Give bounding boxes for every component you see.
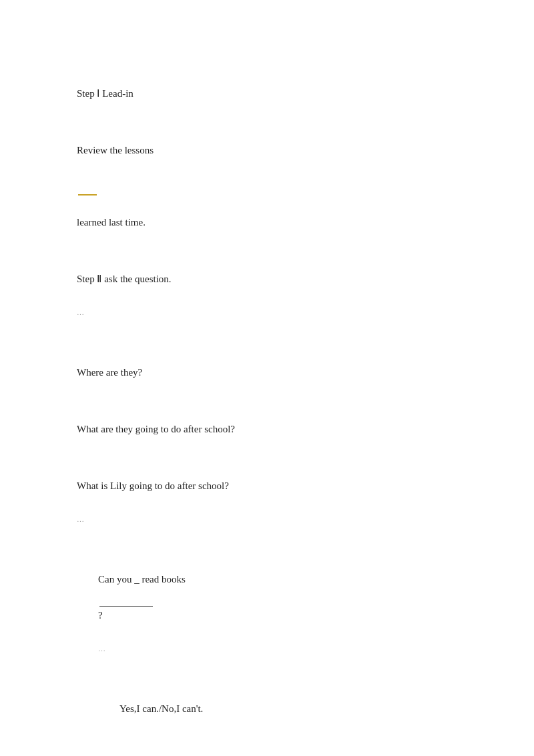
review-line: Review the lessons learned last time. [67, 123, 481, 250]
step1-title: Step Ⅰ Lead-in [67, 67, 481, 121]
step3-title: Step Ⅲ listen and repeat [67, 740, 481, 756]
answer-line: Yes,I can./No,I can't. [67, 682, 481, 736]
q2-text: What are they going to do after school? [77, 424, 235, 434]
q3-line: What is Lily going to do after school? … [67, 459, 481, 550]
q2-line: What are they going to do after school? [67, 402, 481, 456]
q1-text: Where are they? [77, 367, 142, 378]
dots2: … [77, 515, 84, 523]
document-body: Step Ⅰ Lead-in Review the lessons learne… [67, 67, 481, 756]
step2-label: Step Ⅱ ask the question. [77, 274, 172, 284]
dots1: … [77, 308, 84, 316]
review-text: Review the lessons [77, 145, 154, 155]
q3-text: What is Lily going to do after school? [77, 480, 229, 491]
q1-line: Where are they? [67, 346, 481, 400]
step1-label: Step Ⅰ Lead-in [77, 88, 134, 99]
blank1 [78, 185, 97, 196]
q4-suffix: ? [98, 610, 103, 621]
q4-blank [99, 597, 153, 607]
review-suffix: learned last time. [77, 217, 146, 228]
step2-title: Step Ⅱ ask the question. … [67, 252, 481, 343]
dots3: … [98, 645, 105, 653]
q4-prefix: Can you _ read books [98, 574, 186, 585]
answer-text: Yes,I can./No,I can't. [119, 703, 203, 714]
q4-line: Can you _ read books ? … [67, 552, 481, 679]
